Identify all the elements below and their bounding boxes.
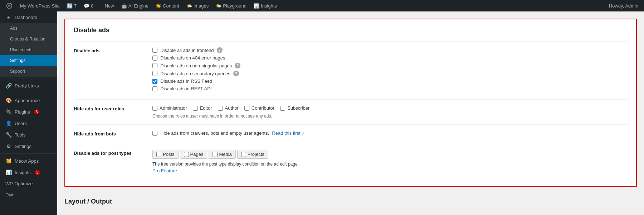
pretty-links-label: Pretty Links bbox=[15, 83, 39, 89]
appearance-icon: 🎨 bbox=[5, 97, 12, 103]
role-item-author: Author bbox=[218, 105, 239, 111]
sidebar-item-pretty-links[interactable]: 🔗 Pretty Links bbox=[0, 80, 57, 91]
disable-rss-checkbox[interactable] bbox=[152, 79, 157, 84]
disable-ads-label: Disable ads bbox=[74, 47, 152, 53]
disable-secondary-checkbox[interactable] bbox=[152, 71, 157, 76]
sidebar-item-appearance[interactable]: 🎨 Appearance bbox=[0, 95, 57, 106]
read-first-link[interactable]: Read this first ↗ bbox=[272, 130, 304, 136]
roles-grid: Administrator Editor Author Contrib bbox=[152, 105, 628, 111]
adminbar-playground[interactable]: 🌤️ Playground bbox=[213, 0, 249, 11]
posttype-media-checkbox[interactable] bbox=[213, 152, 218, 157]
post-types-content: Posts Pages Media Projects bbox=[152, 150, 628, 173]
role-author-checkbox[interactable] bbox=[218, 106, 223, 111]
tools-icon: 🔧 bbox=[5, 132, 12, 138]
main-content: Disable ads Disable ads Disable all ads … bbox=[57, 11, 644, 215]
post-types-grid: Posts Pages Media Projects bbox=[152, 150, 628, 159]
disable-ads-content: Disable all ads in frontend ? Disable ad… bbox=[152, 47, 628, 94]
role-item-contributor: Contributor bbox=[244, 105, 274, 111]
users-label: Users bbox=[15, 121, 27, 126]
users-icon: 👤 bbox=[5, 120, 12, 126]
role-author-label: Author bbox=[225, 105, 239, 111]
disable-frontend-label: Disable all ads in frontend bbox=[160, 48, 214, 53]
adminbar-site-name[interactable]: My WordPress Site bbox=[17, 0, 63, 11]
pro-feature-note: The free version provides the post type … bbox=[152, 162, 628, 167]
adminbar-comments[interactable]: 💬 0 bbox=[81, 0, 96, 11]
sidebar-submenu-ads: Ads Groups & Rotation Placements Setting… bbox=[0, 23, 57, 77]
insights-badge: 3 bbox=[35, 170, 40, 175]
posttype-projects-label: Projects bbox=[248, 152, 264, 157]
divi-label: Divi bbox=[5, 192, 13, 197]
sidebar-item-placements[interactable]: Placements bbox=[0, 44, 57, 55]
posttype-posts-checkbox[interactable] bbox=[156, 152, 161, 157]
sidebar: ⊞ Dashboard Ads Groups & Rotation Placem… bbox=[0, 11, 57, 215]
sidebar-item-support[interactable]: Support bbox=[0, 66, 57, 77]
sidebar-item-divi[interactable]: Divi bbox=[0, 189, 57, 200]
plugins-label: Plugins bbox=[15, 109, 30, 115]
user-roles-content: Administrator Editor Author Contrib bbox=[152, 105, 628, 119]
sidebar-item-wp-optimize[interactable]: WP-Optimize bbox=[0, 178, 57, 189]
sidebar-item-insights[interactable]: 📊 Insights 3 bbox=[0, 167, 57, 178]
posttype-item-pages[interactable]: Pages bbox=[180, 150, 208, 159]
role-admin-checkbox[interactable] bbox=[152, 106, 157, 111]
hide-bots-checkbox[interactable] bbox=[152, 131, 157, 136]
insights-label: Insights bbox=[15, 170, 31, 175]
sidebar-item-dashboard[interactable]: ⊞ Dashboard bbox=[0, 11, 57, 23]
adminbar-updates[interactable]: 🔄 7 bbox=[64, 0, 79, 11]
sidebar-item-ads[interactable]: Ads bbox=[0, 23, 57, 34]
disable-404-checkbox[interactable] bbox=[152, 56, 157, 61]
settings-main-label: Settings bbox=[15, 144, 31, 149]
sidebar-item-groups-rotation[interactable]: Groups & Rotation bbox=[0, 34, 57, 44]
disable-rss-label: Disable ads in RSS Feed bbox=[160, 78, 212, 84]
checkbox-row-rss: Disable ads in RSS Feed bbox=[152, 78, 628, 84]
post-types-row: Disable ads for post types Posts Pages bbox=[74, 144, 628, 179]
posttype-item-media[interactable]: Media bbox=[209, 150, 235, 159]
disable-frontend-checkbox[interactable] bbox=[152, 48, 157, 53]
disable-rest-checkbox[interactable] bbox=[152, 86, 157, 91]
wp-logo[interactable] bbox=[3, 2, 16, 9]
sidebar-item-plugins[interactable]: 🔌 Plugins 3 bbox=[0, 106, 57, 118]
posttype-projects-checkbox[interactable] bbox=[241, 152, 246, 157]
posttype-item-projects[interactable]: Projects bbox=[237, 150, 268, 159]
disable-nonsingular-checkbox[interactable] bbox=[152, 63, 157, 68]
posttype-posts-label: Posts bbox=[163, 152, 175, 157]
role-item-subscriber: Subscriber bbox=[280, 105, 309, 111]
role-item-editor: Editor bbox=[193, 105, 212, 111]
sidebar-item-settings-main[interactable]: ⚙ Settings bbox=[0, 140, 57, 152]
layout-output-title: Layout / Output bbox=[64, 194, 637, 205]
adminbar-content[interactable]: ☀️ Content bbox=[153, 0, 182, 11]
role-subscriber-checkbox[interactable] bbox=[280, 106, 285, 111]
disable-ads-section: Disable ads Disable ads Disable all ads … bbox=[64, 19, 637, 187]
checkbox-row-frontend: Disable all ads in frontend ? bbox=[152, 47, 628, 53]
sidebar-item-meow-apps[interactable]: 🐱 Meow Apps bbox=[0, 155, 57, 167]
adminbar-howdy[interactable]: Howdy, Admin bbox=[606, 3, 641, 9]
pro-feature-link[interactable]: Pro Feature bbox=[152, 168, 177, 173]
sidebar-item-tools[interactable]: 🔧 Tools bbox=[0, 129, 57, 140]
checkbox-row-404: Disable ads on 404 error pages bbox=[152, 55, 628, 61]
posttype-pages-checkbox[interactable] bbox=[184, 152, 189, 157]
role-contributor-checkbox[interactable] bbox=[244, 106, 249, 111]
roles-description: Choose the roles a user must have in ord… bbox=[152, 114, 628, 119]
hide-bots-label: Hide ads from bots bbox=[74, 130, 152, 137]
adminbar-ai-engine[interactable]: 🤖 AI Engine bbox=[118, 0, 151, 11]
placements-label: Placements bbox=[10, 47, 33, 52]
posttype-item-posts[interactable]: Posts bbox=[152, 150, 179, 159]
role-editor-checkbox[interactable] bbox=[193, 106, 198, 111]
adminbar-new[interactable]: + New bbox=[98, 0, 117, 11]
role-subscriber-label: Subscriber bbox=[287, 105, 309, 111]
meow-apps-label: Meow Apps bbox=[15, 158, 39, 164]
adminbar-insights[interactable]: 📊 Insights bbox=[251, 0, 280, 11]
user-roles-label: Hide ads for user roles bbox=[74, 105, 152, 111]
plugins-icon: 🔌 bbox=[5, 109, 12, 115]
disable-rest-label: Disable ads in REST API bbox=[160, 86, 212, 91]
sidebar-item-label: Dashboard bbox=[15, 15, 38, 20]
appearance-label: Appearance bbox=[15, 98, 40, 103]
hide-bots-content: Hide ads from crawlers, bots and empty u… bbox=[152, 130, 628, 138]
adminbar-images[interactable]: 🌤️ Images bbox=[184, 0, 212, 11]
checkbox-row-rest: Disable ads in REST API bbox=[152, 86, 628, 91]
sidebar-item-users[interactable]: 👤 Users bbox=[0, 118, 57, 129]
settings-main-icon: ⚙ bbox=[5, 143, 12, 149]
role-contributor-label: Contributor bbox=[252, 105, 274, 111]
role-admin-label: Administrator bbox=[160, 105, 187, 111]
tools-label: Tools bbox=[15, 132, 25, 138]
sidebar-item-settings[interactable]: Settings bbox=[0, 55, 57, 66]
